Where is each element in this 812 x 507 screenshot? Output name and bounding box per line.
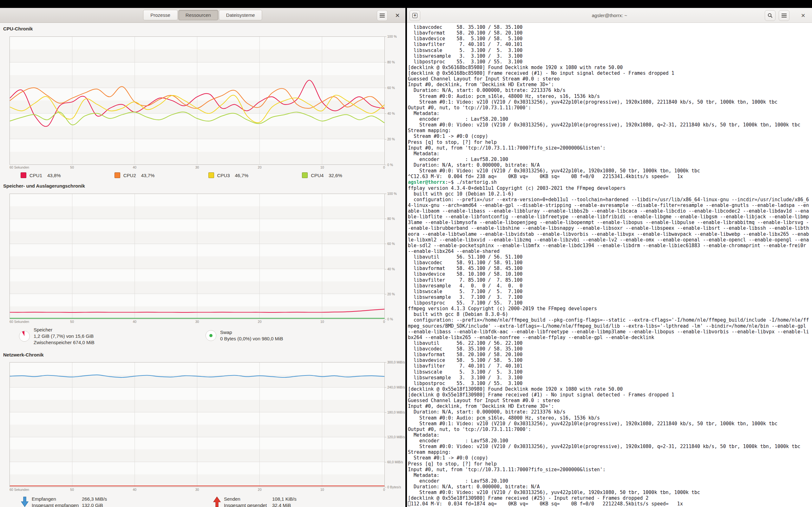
cpu-section-title: CPU-Chronik bbox=[3, 26, 405, 32]
terminal-line: ffplay version 4.3.4-0+deb11u1 Copyright… bbox=[408, 185, 812, 191]
swap-label: Swap bbox=[220, 329, 283, 336]
system-monitor-headerbar: Prozesse Ressourcen Dateisysteme ✕ bbox=[0, 8, 405, 23]
search-button[interactable] bbox=[765, 10, 775, 21]
network-receive-item: Empfangen 266,3 MiB/s Insgesamt empfange… bbox=[21, 496, 107, 507]
x-tick-label: 30 bbox=[195, 165, 199, 169]
cpu3-label: CPU3 bbox=[217, 173, 230, 178]
x-tick-label: 30 bbox=[195, 488, 199, 492]
cpu4-color-swatch[interactable] bbox=[302, 172, 308, 178]
terminal-line: libpostproc 55. 3.100 / 55. 3.100 bbox=[408, 59, 812, 65]
terminal-line: libavdevice 58. 5.100 / 58. 5.100 bbox=[408, 36, 812, 42]
terminal-line: Stream #0:1: Video: v210 (V210 / 0x30313… bbox=[408, 421, 812, 427]
terminal-line: Stream #0:1 -> #0:0 (copy) bbox=[408, 455, 812, 461]
terminal-body[interactable]: libavcodec 58. 35.100 / 58. 35.100 libav… bbox=[407, 23, 812, 507]
terminal-line: libavfilter 7. 40.101 / 7. 40.101 bbox=[408, 42, 812, 47]
memory-pie-icon[interactable] bbox=[19, 331, 30, 342]
network-chart bbox=[9, 362, 385, 487]
terminal-line: libavdevice 58. 10.100 / 58. 10.100 bbox=[408, 271, 812, 277]
terminal-window: agsler@thorrx: ~ ✕ libavcodec 58. 35.100… bbox=[407, 8, 812, 507]
x-tick-label: 30 bbox=[195, 320, 199, 324]
terminal-line: libpostproc 55. 7.100 / 55. 7.100 bbox=[408, 300, 812, 306]
terminal-line: [decklink @ 0x56168bc85980] Frame receiv… bbox=[408, 70, 812, 76]
terminal-line: libpostproc 55. 3.100 / 55. 3.100 bbox=[408, 381, 812, 386]
cpu2-value: 43,7% bbox=[141, 173, 155, 178]
close-window-button[interactable]: ✕ bbox=[392, 10, 403, 21]
terminal-line: libavcodec 58. 91.100 / 58. 91.100 bbox=[408, 260, 812, 266]
terminal-line: encoder : Lavf58.20.100 bbox=[408, 478, 812, 484]
memory-x-axis-labels: 60 Sekunden50403020100 bbox=[9, 319, 385, 325]
tab-dateisysteme[interactable]: Dateisysteme bbox=[219, 10, 262, 20]
terminal-line: libavutil 56. 22.100 / 56. 22.100 bbox=[408, 340, 812, 346]
receive-rate: 266,3 MiB/s bbox=[82, 496, 107, 502]
network-legend: Empfangen 266,3 MiB/s Insgesamt empfange… bbox=[0, 496, 405, 507]
close-icon: ✕ bbox=[395, 12, 400, 19]
memory-legend-item: Speicher 1,2 GiB (7,7%) von 15,6 GiB Zwi… bbox=[19, 327, 95, 346]
y-tick-label: 60 % bbox=[387, 86, 395, 90]
terminal-line: libavfilter 7. 85.100 / 7. 85.100 bbox=[408, 277, 812, 283]
cpu1-color-swatch[interactable] bbox=[20, 172, 26, 178]
x-tick-label: 0 bbox=[383, 320, 385, 324]
memory-usage: 1,2 GiB (7,7%) von 15,6 GiB bbox=[34, 333, 95, 339]
terminal-line: Stream #0:0: Video: v210 (V210 / 0x30313… bbox=[408, 490, 812, 495]
terminal-line: encoder : Lavf58.20.100 bbox=[408, 438, 812, 444]
terminal-line: encoder : Lavf58.20.100 bbox=[408, 116, 812, 122]
network-x-axis-labels: 60 Sekunden50403020100 bbox=[9, 487, 385, 493]
terminal-line: 112.04 M-V: 0.034 fd=1874 aq= 0KB vq= 0K… bbox=[408, 501, 812, 507]
terminal-menu-button[interactable] bbox=[779, 10, 790, 21]
terminal-line: libavcodec 58. 35.100 / 58. 35.100 bbox=[408, 346, 812, 352]
terminal-line: Input #0, nut, from 'tcp://10.73.1.11:70… bbox=[408, 467, 812, 472]
y-tick-label: 60,0 MiB/s bbox=[387, 460, 403, 464]
cpu2-color-swatch[interactable] bbox=[114, 172, 120, 178]
cpu3-color-swatch[interactable] bbox=[208, 172, 214, 178]
x-tick-label: 40 bbox=[133, 165, 136, 169]
x-tick-label: 20 bbox=[258, 488, 262, 492]
y-tick-label: 100 % bbox=[387, 192, 397, 195]
terminal-line: able-libaom --enable-libass --enable-lib… bbox=[408, 208, 812, 214]
terminal-line: Duration: N/A, start: 0.000000, bitrate:… bbox=[408, 484, 812, 490]
x-tick-label: 60 Sekunden bbox=[9, 320, 29, 324]
shell-prompt: agsler@thorrx bbox=[408, 179, 445, 185]
terminal-close-button[interactable]: ✕ bbox=[798, 10, 809, 21]
receive-total-label: Insgesamt empfangen bbox=[32, 502, 82, 507]
tab-prozesse[interactable]: Prozesse bbox=[143, 10, 177, 20]
swap-pie-icon[interactable] bbox=[206, 330, 216, 341]
terminal-line: Metadata: bbox=[408, 151, 812, 157]
terminal-line: ^C12.63 M-V: 0.004 fd= 238 aq= 0KB vq= 0… bbox=[408, 174, 812, 179]
terminal-line: configuration: --prefix=/home/nle/ffmpeg… bbox=[408, 317, 812, 323]
swap-usage: 0 Bytes (0,0%) von 980,0 MiB bbox=[220, 336, 283, 342]
resources-view: CPU-Chronik 100 %80 %60 %40 %20 %0 % 60 … bbox=[0, 26, 405, 507]
terminal-line: Input #0, nut, from 'tcp://10.73.1.11:70… bbox=[408, 145, 812, 151]
y-tick-label: 100 % bbox=[387, 35, 397, 38]
terminal-line: built with gcc 8 (Debian 8.3.0-6) bbox=[408, 312, 812, 317]
x-tick-label: 20 bbox=[258, 165, 262, 169]
y-tick-label: 80 % bbox=[387, 60, 395, 64]
terminal-line: libavformat 58. 45.100 / 58. 45.100 bbox=[408, 266, 812, 271]
terminal-output: libavcodec 58. 35.100 / 58. 35.100 libav… bbox=[408, 24, 812, 507]
terminal-line: libavformat 58. 20.100 / 58. 20.100 bbox=[408, 352, 812, 357]
terminal-headerbar: agsler@thorrx: ~ ✕ bbox=[407, 8, 812, 23]
terminal-line: [decklink @ 0x55e18f130980] Found Deckli… bbox=[408, 386, 812, 392]
terminal-line: Metadata: bbox=[408, 472, 812, 478]
x-tick-label: 0 bbox=[383, 165, 385, 169]
x-tick-label: 10 bbox=[320, 488, 324, 492]
x-tick-label: 50 bbox=[70, 488, 74, 492]
terminal-line: Guessed Channel Layout for Input Stream … bbox=[408, 76, 812, 82]
system-monitor-window: Prozesse Ressourcen Dateisysteme ✕ CPU-C… bbox=[0, 8, 405, 507]
y-tick-label: 60 % bbox=[387, 242, 395, 245]
terminal-line: Stream #0:0: Video: v210 (V210 / 0x30313… bbox=[408, 444, 812, 449]
terminal-line: libavformat 58. 20.100 / 58. 20.100 bbox=[408, 30, 812, 36]
x-tick-label: 0 bbox=[383, 488, 385, 492]
terminal-line: le-libxml2 --enable-libxvid --enable-lib… bbox=[408, 237, 812, 243]
menu-button[interactable] bbox=[377, 10, 388, 21]
terminal-line: Stream #0:0: Video: v210 (V210 / 0x30313… bbox=[408, 122, 812, 128]
tab-ressourcen[interactable]: Ressourcen bbox=[178, 10, 218, 20]
memory-label: Speicher bbox=[34, 327, 95, 333]
x-tick-label: 10 bbox=[320, 320, 324, 324]
terminal-line: Press [q] to stop, [?] for help bbox=[408, 461, 812, 467]
new-tab-button[interactable] bbox=[409, 10, 420, 21]
terminal-line: Output #0, nut, to 'tcp://10.73.1.11:700… bbox=[408, 105, 812, 111]
send-rate: 108,1 KiB/s bbox=[272, 496, 297, 502]
terminal-line: Output #0, nut, to 'tcp://10.73.1.11:700… bbox=[408, 427, 812, 432]
terminal-line: 3lame --enable-libmysofa --enable-libope… bbox=[408, 220, 812, 225]
cpu1-label: CPU1 bbox=[30, 173, 42, 178]
